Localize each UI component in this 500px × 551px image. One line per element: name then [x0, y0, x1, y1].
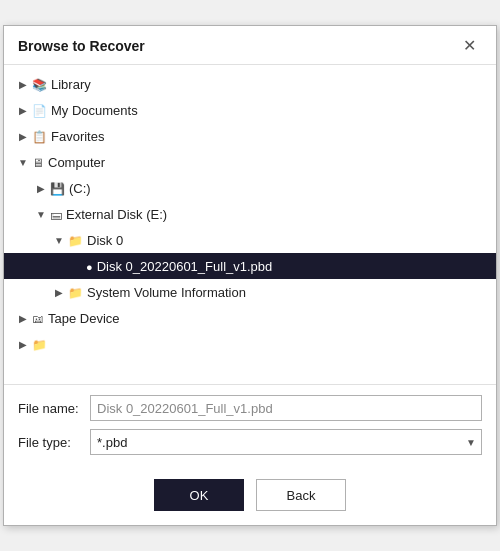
filetype-label: File type: [18, 435, 90, 450]
tree-label-library: Library [51, 77, 91, 92]
tree-item-computer[interactable]: Computer [4, 149, 496, 175]
tree-label-sys-vol: System Volume Information [87, 285, 246, 300]
tree-label-favorites: Favorites [51, 129, 104, 144]
filename-label: File name: [18, 401, 90, 416]
tree-label-tape-device: Tape Device [48, 311, 120, 326]
tape-device-icon [32, 311, 44, 326]
tree-label-external-disk: External Disk (E:) [66, 207, 167, 222]
filename-row: File name: [18, 395, 482, 421]
expander-tape-device[interactable] [14, 313, 32, 324]
library-icon [32, 77, 47, 92]
expander-unknown[interactable] [14, 339, 32, 350]
tree-item-library[interactable]: Library [4, 71, 496, 97]
expander-library[interactable] [14, 79, 32, 90]
sys-vol-icon [68, 285, 83, 300]
tree-label-my-documents: My Documents [51, 103, 138, 118]
dialog-title: Browse to Recover [18, 38, 145, 54]
my-documents-icon [32, 103, 47, 118]
expander-c-drive[interactable] [32, 183, 50, 194]
tree-label-disk0: Disk 0 [87, 233, 123, 248]
external-disk-icon [50, 207, 62, 222]
tree-label-pbd-file: Disk 0_20220601_Full_v1.pbd [97, 259, 273, 274]
c-drive-icon [50, 181, 65, 196]
file-tree: Library My Documents Favorites Computer … [4, 65, 496, 385]
pbd-file-icon [86, 259, 93, 274]
filetype-select[interactable]: *.pbd [90, 429, 482, 455]
tree-label-c-drive: (C:) [69, 181, 91, 196]
expander-external-disk[interactable] [32, 209, 50, 220]
tree-item-c-drive[interactable]: (C:) [4, 175, 496, 201]
filename-input[interactable] [90, 395, 482, 421]
tree-item-sys-vol[interactable]: System Volume Information [4, 279, 496, 305]
filetype-row: File type: *.pbd ▼ [18, 429, 482, 455]
tree-item-favorites[interactable]: Favorites [4, 123, 496, 149]
filetype-select-wrapper: *.pbd ▼ [90, 429, 482, 455]
tree-item-tape-device[interactable]: Tape Device [4, 305, 496, 331]
unknown-icon [32, 337, 47, 352]
title-bar: Browse to Recover ✕ [4, 26, 496, 65]
tree-item-my-documents[interactable]: My Documents [4, 97, 496, 123]
expander-sys-vol[interactable] [50, 287, 68, 298]
tree-item-pbd-file[interactable]: Disk 0_20220601_Full_v1.pbd [4, 253, 496, 279]
favorites-icon [32, 129, 47, 144]
tree-label-computer: Computer [48, 155, 105, 170]
button-area: OK Back [4, 469, 496, 525]
tree-item-external-disk[interactable]: External Disk (E:) [4, 201, 496, 227]
tree-item-unknown[interactable] [4, 331, 496, 357]
back-button[interactable]: Back [256, 479, 346, 511]
expander-favorites[interactable] [14, 131, 32, 142]
computer-icon [32, 155, 44, 170]
disk0-icon [68, 233, 83, 248]
expander-my-documents[interactable] [14, 105, 32, 116]
tree-item-disk0[interactable]: Disk 0 [4, 227, 496, 253]
expander-computer[interactable] [14, 157, 32, 168]
ok-button[interactable]: OK [154, 479, 244, 511]
browse-to-recover-dialog: Browse to Recover ✕ Library My Documents… [3, 25, 497, 526]
form-area: File name: File type: *.pbd ▼ [4, 385, 496, 469]
close-button[interactable]: ✕ [457, 36, 482, 56]
expander-disk0[interactable] [50, 235, 68, 246]
